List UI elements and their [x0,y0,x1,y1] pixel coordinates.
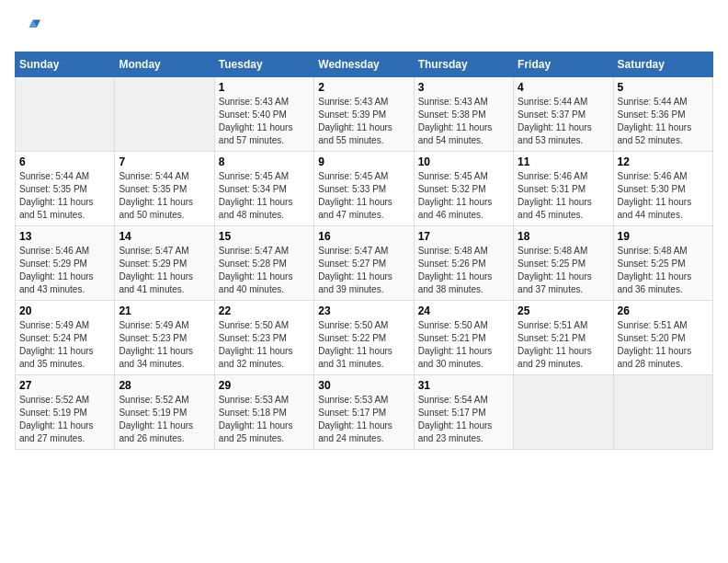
weekday-header-thursday: Thursday [414,52,513,77]
day-info: Sunrise: 5:44 AMSunset: 5:35 PMDaylight:… [119,170,210,222]
day-number: 6 [19,155,110,168]
day-number: 12 [618,155,709,168]
page-header [15,15,713,40]
day-info: Sunrise: 5:49 AMSunset: 5:24 PMDaylight:… [19,319,110,371]
day-info: Sunrise: 5:43 AMSunset: 5:39 PMDaylight:… [318,96,409,147]
calendar-cell: 13Sunrise: 5:46 AMSunset: 5:29 PMDayligh… [16,226,115,301]
weekday-header-tuesday: Tuesday [214,52,313,77]
day-info: Sunrise: 5:46 AMSunset: 5:30 PMDaylight:… [618,170,709,222]
day-number: 1 [219,81,310,94]
calendar-cell: 15Sunrise: 5:47 AMSunset: 5:28 PMDayligh… [214,226,313,301]
calendar-cell: 22Sunrise: 5:50 AMSunset: 5:23 PMDayligh… [214,301,313,375]
day-number: 15 [219,230,310,243]
calendar-cell: 4Sunrise: 5:44 AMSunset: 5:37 PMDaylight… [514,77,613,152]
day-number: 3 [418,81,509,94]
day-info: Sunrise: 5:43 AMSunset: 5:38 PMDaylight:… [418,96,509,147]
day-number: 4 [518,81,609,94]
logo [15,15,44,40]
day-number: 9 [318,155,409,168]
calendar-cell: 9Sunrise: 5:45 AMSunset: 5:33 PMDaylight… [314,152,414,226]
day-info: Sunrise: 5:50 AMSunset: 5:21 PMDaylight:… [418,319,509,371]
day-info: Sunrise: 5:54 AMSunset: 5:17 PMDaylight:… [418,394,509,445]
day-number: 19 [618,230,709,243]
day-info: Sunrise: 5:53 AMSunset: 5:17 PMDaylight:… [318,394,409,445]
calendar-cell: 29Sunrise: 5:53 AMSunset: 5:18 PMDayligh… [214,375,313,450]
day-number: 14 [119,230,210,243]
day-number: 23 [318,304,409,317]
day-info: Sunrise: 5:47 AMSunset: 5:27 PMDaylight:… [318,245,409,296]
calendar-header-row: SundayMondayTuesdayWednesdayThursdayFrid… [16,52,713,77]
day-number: 22 [219,304,310,317]
calendar-cell [16,77,115,152]
day-number: 28 [119,379,210,392]
calendar-cell: 27Sunrise: 5:52 AMSunset: 5:19 PMDayligh… [16,375,115,450]
day-info: Sunrise: 5:43 AMSunset: 5:40 PMDaylight:… [219,96,310,147]
calendar-cell: 8Sunrise: 5:45 AMSunset: 5:34 PMDaylight… [214,152,313,226]
day-info: Sunrise: 5:46 AMSunset: 5:31 PMDaylight:… [518,170,609,222]
day-number: 27 [19,379,110,392]
calendar-week-row: 20Sunrise: 5:49 AMSunset: 5:24 PMDayligh… [16,301,713,375]
day-info: Sunrise: 5:48 AMSunset: 5:26 PMDaylight:… [418,245,509,296]
calendar-cell: 18Sunrise: 5:48 AMSunset: 5:25 PMDayligh… [514,226,613,301]
calendar-cell: 6Sunrise: 5:44 AMSunset: 5:35 PMDaylight… [16,152,115,226]
calendar-cell [115,77,214,152]
calendar-cell: 14Sunrise: 5:47 AMSunset: 5:29 PMDayligh… [115,226,214,301]
calendar-cell: 7Sunrise: 5:44 AMSunset: 5:35 PMDaylight… [115,152,214,226]
calendar-cell: 5Sunrise: 5:44 AMSunset: 5:36 PMDaylight… [613,77,712,152]
day-info: Sunrise: 5:49 AMSunset: 5:23 PMDaylight:… [119,319,210,371]
day-info: Sunrise: 5:50 AMSunset: 5:23 PMDaylight:… [219,319,310,371]
calendar-cell: 30Sunrise: 5:53 AMSunset: 5:17 PMDayligh… [314,375,414,450]
calendar-cell [613,375,712,450]
day-info: Sunrise: 5:53 AMSunset: 5:18 PMDaylight:… [219,394,310,445]
day-info: Sunrise: 5:47 AMSunset: 5:29 PMDaylight:… [119,245,210,296]
calendar-cell: 17Sunrise: 5:48 AMSunset: 5:26 PMDayligh… [414,226,513,301]
day-number: 7 [119,155,210,168]
calendar-cell [514,375,613,450]
day-info: Sunrise: 5:50 AMSunset: 5:22 PMDaylight:… [318,319,409,371]
day-number: 10 [418,155,509,168]
calendar-cell: 10Sunrise: 5:45 AMSunset: 5:32 PMDayligh… [414,152,513,226]
calendar-cell: 24Sunrise: 5:50 AMSunset: 5:21 PMDayligh… [414,301,513,375]
day-number: 21 [119,304,210,317]
day-info: Sunrise: 5:51 AMSunset: 5:20 PMDaylight:… [618,319,709,371]
day-number: 26 [618,304,709,317]
day-number: 20 [19,304,110,317]
calendar-cell: 12Sunrise: 5:46 AMSunset: 5:30 PMDayligh… [613,152,712,226]
calendar-cell: 19Sunrise: 5:48 AMSunset: 5:25 PMDayligh… [613,226,712,301]
calendar-cell: 1Sunrise: 5:43 AMSunset: 5:40 PMDaylight… [214,77,313,152]
calendar-cell: 26Sunrise: 5:51 AMSunset: 5:20 PMDayligh… [613,301,712,375]
day-number: 24 [418,304,509,317]
weekday-header-sunday: Sunday [16,52,115,77]
day-info: Sunrise: 5:48 AMSunset: 5:25 PMDaylight:… [618,245,709,296]
day-number: 29 [219,379,310,392]
logo-icon [15,15,40,40]
day-info: Sunrise: 5:47 AMSunset: 5:28 PMDaylight:… [219,245,310,296]
day-info: Sunrise: 5:52 AMSunset: 5:19 PMDaylight:… [19,394,110,445]
calendar-cell: 28Sunrise: 5:52 AMSunset: 5:19 PMDayligh… [115,375,214,450]
day-number: 18 [518,230,609,243]
day-info: Sunrise: 5:46 AMSunset: 5:29 PMDaylight:… [19,245,110,296]
day-info: Sunrise: 5:45 AMSunset: 5:32 PMDaylight:… [418,170,509,222]
calendar-cell: 16Sunrise: 5:47 AMSunset: 5:27 PMDayligh… [314,226,414,301]
weekday-header-wednesday: Wednesday [314,52,414,77]
calendar-cell: 21Sunrise: 5:49 AMSunset: 5:23 PMDayligh… [115,301,214,375]
day-number: 30 [318,379,409,392]
calendar-week-row: 13Sunrise: 5:46 AMSunset: 5:29 PMDayligh… [16,226,713,301]
day-info: Sunrise: 5:51 AMSunset: 5:21 PMDaylight:… [518,319,609,371]
day-number: 13 [19,230,110,243]
calendar-cell: 23Sunrise: 5:50 AMSunset: 5:22 PMDayligh… [314,301,414,375]
calendar-cell: 3Sunrise: 5:43 AMSunset: 5:38 PMDaylight… [414,77,513,152]
day-info: Sunrise: 5:44 AMSunset: 5:35 PMDaylight:… [19,170,110,222]
day-info: Sunrise: 5:48 AMSunset: 5:25 PMDaylight:… [518,245,609,296]
day-number: 31 [418,379,509,392]
day-info: Sunrise: 5:52 AMSunset: 5:19 PMDaylight:… [119,394,210,445]
day-info: Sunrise: 5:44 AMSunset: 5:36 PMDaylight:… [618,96,709,147]
day-number: 25 [518,304,609,317]
day-info: Sunrise: 5:45 AMSunset: 5:34 PMDaylight:… [219,170,310,222]
day-number: 5 [618,81,709,94]
day-info: Sunrise: 5:45 AMSunset: 5:33 PMDaylight:… [318,170,409,222]
calendar-cell: 20Sunrise: 5:49 AMSunset: 5:24 PMDayligh… [16,301,115,375]
calendar-table: SundayMondayTuesdayWednesdayThursdayFrid… [15,52,713,450]
calendar-cell: 25Sunrise: 5:51 AMSunset: 5:21 PMDayligh… [514,301,613,375]
weekday-header-saturday: Saturday [613,52,712,77]
